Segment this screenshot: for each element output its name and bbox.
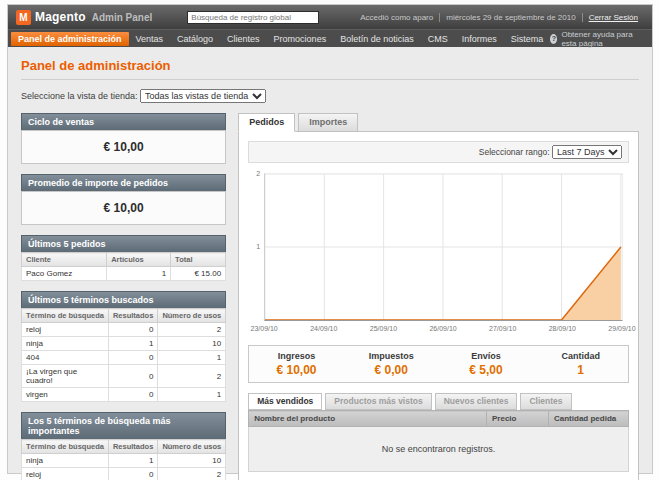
table-row[interactable]: ninja 1 10: [22, 454, 226, 468]
cell-term: ninja: [22, 454, 109, 468]
x-axis-label: 27/09/10: [489, 325, 516, 332]
total-value: € 5,00: [439, 363, 534, 377]
magento-admin-page: M Magento Admin Panel Accedió como aparo…: [7, 4, 653, 474]
tab-pedidos[interactable]: Pedidos: [238, 113, 295, 132]
cell-customer: Paco Gomez: [22, 267, 107, 281]
column-header: Número de usos: [158, 440, 226, 454]
nav-item-sales[interactable]: Ventas: [129, 32, 171, 46]
top-search-terms-panel: Los 5 términos de búsqueda más important…: [21, 412, 226, 480]
nav-item-cms[interactable]: CMS: [421, 32, 455, 46]
column-header: Artículos: [107, 253, 171, 267]
column-header: Término de búsqueda: [22, 309, 109, 323]
table-header-row: Término de búsqueda Resultados Número de…: [22, 309, 226, 323]
grid-empty-row: No se encontraron registros.: [249, 427, 629, 472]
cell-results: 0: [108, 388, 157, 402]
orders-panel: Seleccionar rango: Last 7 Days 12 23/09/…: [238, 131, 639, 480]
left-column: Ciclo de ventas € 10,00 Promedio de impo…: [21, 113, 226, 480]
dashboard-columns: Ciclo de ventas € 10,00 Promedio de impo…: [21, 113, 639, 480]
range-bar: Seleccionar rango: Last 7 Days: [248, 141, 629, 163]
cell-uses: 10: [158, 454, 226, 468]
table-header-row: Término de búsqueda Resultados Número de…: [22, 440, 226, 454]
average-orders-value: € 10,00: [21, 191, 226, 225]
tab-most-viewed[interactable]: Productos más vistos: [325, 393, 431, 410]
nav-item-dashboard[interactable]: Panel de administración: [11, 32, 129, 46]
total-label: Ingresos: [249, 351, 344, 361]
column-header: Término de búsqueda: [22, 440, 109, 454]
table-row[interactable]: Paco Gomez 1 € 15.00: [22, 267, 226, 281]
cell-term: reloj: [22, 323, 109, 337]
chart-x-axis: 23/09/1024/09/1025/09/1026/09/1027/09/10…: [264, 325, 623, 335]
nav-item-reports[interactable]: Informes: [455, 32, 504, 46]
lifetime-sales-value: € 10,00: [21, 130, 226, 164]
range-label: Seleccionar rango:: [479, 147, 550, 157]
logged-in-as: Accedió como aparo: [354, 13, 439, 22]
column-header: Cliente: [22, 253, 107, 267]
y-axis-label: 1: [248, 243, 260, 250]
main-nav: Panel de administración Ventas Catálogo …: [8, 29, 652, 47]
table-row[interactable]: reloj 0 2: [22, 468, 226, 480]
last-search-terms-panel: Últimos 5 términos buscados Término de b…: [21, 291, 226, 402]
cell-results: 0: [108, 468, 157, 480]
dashboard-tabs: Pedidos Importes: [238, 113, 639, 132]
table-header-row: Cliente Artículos Total: [22, 253, 226, 267]
store-view-select[interactable]: Todas las vistas de tienda: [140, 89, 266, 103]
nav-item-customers[interactable]: Clientes: [220, 32, 267, 46]
panel-title: Últimos 5 pedidos: [21, 235, 226, 252]
nav-item-system[interactable]: Sistema: [504, 32, 551, 46]
cell-uses: 2: [158, 468, 226, 480]
table-row[interactable]: ninja 1 10: [22, 337, 226, 351]
logout-link[interactable]: Cerrar Sesión: [582, 13, 644, 22]
total-shipping: Envíos € 5,00: [439, 351, 534, 377]
x-axis-label: 25/09/10: [370, 325, 397, 332]
cell-total: € 15.00: [171, 267, 226, 281]
chart-canvas: [265, 174, 622, 320]
nav-item-promotions[interactable]: Promociones: [267, 32, 334, 46]
tab-bestsellers[interactable]: Más vendidos: [248, 393, 322, 410]
cell-items: 1: [107, 267, 171, 281]
cell-results: 0: [108, 323, 157, 337]
store-view-label: Seleccione la vista de tienda:: [21, 91, 138, 101]
range-select[interactable]: Last 7 Days: [552, 145, 622, 159]
header-meta: Accedió como aparo miércoles 29 de septi…: [354, 13, 644, 22]
page-help-link[interactable]: ? Obtener ayuda para esta página: [550, 30, 649, 48]
column-header: Nombre del producto: [249, 411, 487, 427]
table-row[interactable]: 404 0 1: [22, 351, 226, 365]
help-label: Obtener ayuda para esta página: [561, 30, 644, 48]
store-view-switcher: Seleccione la vista de tienda: Todas las…: [21, 89, 639, 103]
brand-logo[interactable]: M Magento Admin Panel: [16, 10, 152, 25]
divider: [21, 79, 639, 80]
column-header: Número de usos: [158, 309, 226, 323]
last-search-terms-table: Término de búsqueda Resultados Número de…: [21, 308, 226, 402]
panel-title: Promedio de importe de pedidos: [21, 174, 226, 191]
table-row[interactable]: virgen 0 1: [22, 388, 226, 402]
nav-item-catalog[interactable]: Catálogo: [170, 32, 220, 46]
total-value: 1: [533, 363, 628, 377]
x-axis-label: 24/09/10: [310, 325, 337, 332]
tab-importes[interactable]: Importes: [298, 113, 358, 132]
global-search-input[interactable]: [187, 11, 319, 24]
average-orders-panel: Promedio de importe de pedidos € 10,00: [21, 174, 226, 225]
y-axis-label: 2: [248, 170, 260, 177]
table-row[interactable]: reloj 0 2: [22, 323, 226, 337]
brand-name: Magento: [35, 10, 86, 24]
cell-term: 404: [22, 351, 109, 365]
lifetime-sales-panel: Ciclo de ventas € 10,00: [21, 113, 226, 164]
nav-item-newsletter[interactable]: Boletín de noticias: [333, 32, 421, 46]
page-title: Panel de administración: [21, 58, 639, 73]
column-header: Precio: [487, 411, 549, 427]
total-value: € 10,00: [249, 363, 344, 377]
cell-uses: 10: [158, 337, 226, 351]
panel-title: Los 5 términos de búsqueda más important…: [21, 412, 226, 439]
tab-customers[interactable]: Clientes: [520, 393, 571, 410]
total-label: Impuestos: [344, 351, 439, 361]
table-row[interactable]: ¡La virgen que cuadro! 0 2: [22, 365, 226, 388]
products-grid: Nombre del producto Precio Cantidad pedi…: [248, 410, 629, 472]
cell-uses: 1: [158, 351, 226, 365]
magento-logo-icon: M: [16, 10, 31, 25]
column-header: Resultados: [108, 309, 157, 323]
cell-results: 0: [108, 365, 157, 388]
orders-chart: 12 23/09/1024/09/1025/09/1026/09/1027/09…: [248, 169, 629, 337]
x-axis-label: 28/09/10: [549, 325, 576, 332]
tab-new-customers[interactable]: Nuevos clientes: [435, 393, 518, 410]
cell-uses: 2: [158, 323, 226, 337]
